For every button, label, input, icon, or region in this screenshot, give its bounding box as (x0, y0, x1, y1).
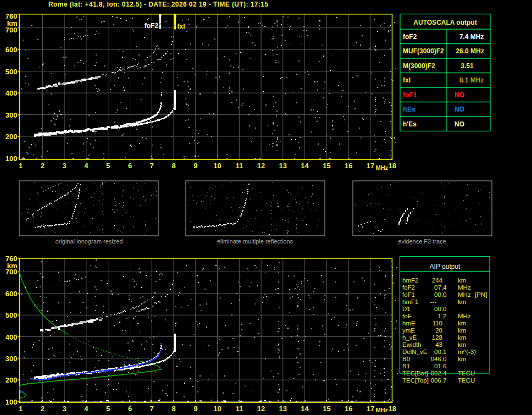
svg-text:2: 2 (41, 162, 45, 170)
svg-text:12: 12 (257, 405, 265, 413)
svg-text:DelN_vE: DelN_vE (402, 348, 428, 355)
svg-text:12: 12 (257, 162, 265, 170)
svg-text:17: 17 (367, 405, 374, 413)
svg-text:h_vE: h_vE (402, 334, 417, 341)
svg-text:6: 6 (128, 405, 132, 413)
svg-text:100: 100 (5, 398, 18, 406)
svg-text:200: 200 (5, 376, 18, 384)
svg-text:TEC[Top]: TEC[Top] (402, 377, 429, 384)
svg-text:8.1 MHz: 8.1 MHz (459, 76, 484, 84)
svg-text:43: 43 (435, 341, 442, 348)
svg-text:00.1: 00.1 (434, 348, 446, 355)
svg-text:11: 11 (235, 162, 243, 170)
svg-text:fxI: fxI (178, 23, 185, 30)
svg-text:15: 15 (323, 405, 330, 413)
svg-text:ftEs: ftEs (403, 106, 415, 113)
svg-text:500: 500 (5, 68, 18, 76)
svg-text:km: km (458, 327, 466, 334)
svg-text:km: km (458, 334, 466, 341)
svg-text:16: 16 (345, 162, 352, 170)
svg-text:128: 128 (432, 334, 442, 341)
svg-text:fxI: fxI (403, 76, 411, 84)
svg-text:07.4: 07.4 (434, 284, 447, 291)
svg-text:244: 244 (432, 277, 443, 284)
svg-text:110: 110 (433, 320, 442, 327)
svg-text:10: 10 (213, 405, 221, 413)
svg-text:500: 500 (5, 311, 18, 319)
svg-text:Rome (lat: +41.8, lon: 012.5): Rome (lat: +41.8, lon: 012.5) - DATE: 20… (48, 1, 268, 8)
svg-text:13: 13 (279, 162, 287, 170)
svg-text:MHz: MHz (376, 164, 389, 171)
svg-text:400: 400 (5, 333, 18, 341)
svg-text:300: 300 (5, 111, 18, 119)
svg-text:700: 700 (5, 268, 18, 276)
svg-text:13: 13 (279, 405, 287, 413)
svg-text:foE: foE (402, 313, 412, 319)
svg-text:hmE: hmE (402, 320, 415, 327)
svg-text:9: 9 (193, 162, 197, 170)
svg-text:original ionogram resized: original ionogram resized (56, 238, 123, 245)
svg-text:foF2: foF2 (145, 22, 159, 30)
svg-text:B1: B1 (402, 363, 410, 369)
svg-text:1: 1 (19, 405, 23, 413)
svg-text:NO: NO (455, 106, 464, 113)
svg-text:7: 7 (150, 162, 154, 170)
svg-text:00.0: 00.0 (434, 291, 446, 298)
svg-text:5: 5 (106, 405, 110, 413)
svg-text:300: 300 (5, 355, 18, 363)
svg-text:MUF(3000)F2: MUF(3000)F2 (403, 47, 444, 55)
svg-text:MHz: MHz (458, 313, 471, 319)
svg-text:eliminate multiple reflections: eliminate multiple reflections (217, 238, 293, 245)
svg-text:18: 18 (388, 162, 396, 170)
svg-text:ymE: ymE (402, 327, 415, 334)
svg-text:10: 10 (213, 162, 221, 170)
svg-text:NO: NO (455, 120, 464, 128)
svg-text:17: 17 (367, 162, 374, 170)
svg-text:h'Es: h'Es (403, 120, 417, 128)
svg-text:046.0: 046.0 (431, 356, 447, 362)
svg-text:600: 600 (5, 290, 18, 298)
svg-text:11: 11 (235, 405, 243, 413)
svg-text:18: 18 (388, 405, 396, 413)
svg-text:2: 2 (41, 405, 45, 413)
svg-text:foF2: foF2 (402, 284, 415, 291)
svg-text:3.51: 3.51 (461, 62, 474, 70)
svg-text:foF2: foF2 (403, 33, 417, 41)
svg-text:M(3000)F2: M(3000)F2 (403, 62, 435, 70)
svg-text:9: 9 (193, 405, 197, 413)
svg-text:4: 4 (84, 405, 88, 413)
svg-text:m^(-3): m^(-3) (458, 348, 476, 355)
svg-text:Ewidth: Ewidth (402, 341, 422, 348)
svg-text:NO: NO (455, 91, 464, 99)
svg-text:hmF1: hmF1 (402, 298, 418, 305)
svg-text:15: 15 (323, 162, 330, 170)
svg-text:400: 400 (5, 89, 18, 97)
svg-text:100: 100 (5, 154, 18, 163)
svg-text:700: 700 (5, 26, 18, 34)
svg-text:26.0 MHz: 26.0 MHz (456, 47, 484, 55)
svg-text:AUTOSCALA output: AUTOSCALA output (413, 19, 476, 26)
svg-text:7: 7 (150, 405, 154, 413)
svg-text:km: km (458, 341, 466, 348)
svg-text:8: 8 (171, 162, 175, 170)
svg-text:006.7: 006.7 (431, 377, 447, 384)
svg-text:evidence F2 trace: evidence F2 trace (398, 238, 446, 245)
svg-text:MHz: MHz (376, 407, 389, 413)
svg-text:MHz: MHz (458, 291, 471, 298)
svg-text:6: 6 (128, 162, 132, 170)
svg-text:B0: B0 (402, 356, 410, 362)
svg-text:km: km (458, 356, 466, 362)
svg-text:14: 14 (301, 405, 309, 413)
svg-text:AIP output: AIP output (430, 263, 461, 270)
svg-text:16: 16 (345, 405, 352, 413)
svg-text:5: 5 (106, 162, 110, 170)
svg-text:km: km (458, 320, 466, 327)
svg-text:7.4 MHz: 7.4 MHz (459, 33, 484, 41)
svg-text:km: km (458, 298, 466, 305)
svg-text:600: 600 (5, 46, 18, 54)
svg-text:MHz: MHz (458, 284, 471, 291)
svg-text:200: 200 (5, 132, 18, 141)
svg-text:foF1: foF1 (402, 291, 415, 298)
svg-text:20: 20 (435, 327, 442, 334)
svg-text:hmF2: hmF2 (402, 277, 418, 284)
